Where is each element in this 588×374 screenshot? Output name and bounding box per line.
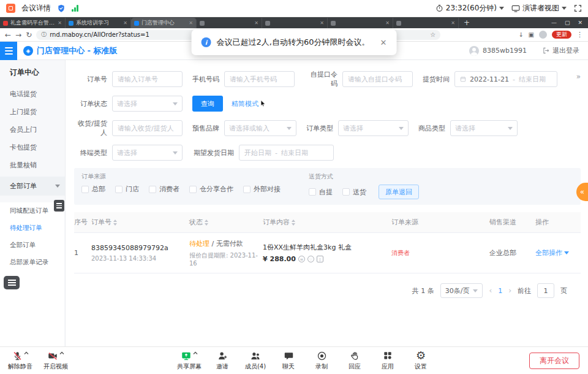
checkbox-icon <box>309 188 316 196</box>
forward-icon[interactable]: → <box>15 31 21 39</box>
all-actions-dropdown[interactable]: 全部操作 <box>535 248 577 258</box>
fullscreen-icon[interactable] <box>574 4 582 12</box>
sidebar-item-card-pickup[interactable]: 卡包提货 <box>0 139 65 156</box>
checkbox-hq[interactable]: 总部 <box>81 185 105 194</box>
current-page[interactable]: 1 <box>498 287 502 295</box>
sort-icon[interactable] <box>113 218 117 227</box>
tab-close-icon[interactable]: ✕ <box>451 20 455 26</box>
members-icon <box>250 351 261 361</box>
order-status-select[interactable]: 请选择 <box>112 96 183 112</box>
next-page-button[interactable]: › <box>508 286 511 295</box>
col-content[interactable]: 订单内容 <box>263 218 391 227</box>
reload-icon[interactable]: ↻ <box>26 31 32 39</box>
collapse-filters-icon[interactable]: » <box>576 72 579 81</box>
leave-meeting-button[interactable]: 离开会议 <box>529 353 579 369</box>
col-status[interactable]: 状态 <box>189 218 263 227</box>
logout-button[interactable]: 退出登录 <box>543 46 579 55</box>
phone-input[interactable] <box>224 71 295 87</box>
sidebar-item-all-orders[interactable]: 全部订单 <box>0 237 64 254</box>
window-minimize-button[interactable]: — <box>551 20 557 26</box>
tab-close-icon[interactable]: ✕ <box>189 20 193 26</box>
pickup-time-range[interactable]: 2022-11-21 - 结束日期 <box>454 71 557 87</box>
chevron-down-icon <box>55 185 60 190</box>
browser-tab[interactable]: ✕ <box>393 18 459 28</box>
browser-tab[interactable]: 系统培训学习✕ <box>66 18 131 28</box>
pickup-code-input[interactable] <box>342 71 413 87</box>
tab-close-icon[interactable]: ✕ <box>385 20 390 26</box>
settings-button[interactable]: ⚙ 设置 <box>408 349 434 371</box>
browser-tab-active[interactable]: 门店管理中心✕ <box>131 18 197 28</box>
presale-brand-select[interactable]: 请选择或输入 <box>224 120 296 136</box>
checkbox-store[interactable]: 门店 <box>115 185 139 194</box>
meeting-timer[interactable]: 23:32(60分钟) <box>435 3 504 13</box>
toast-close-icon[interactable]: ✕ <box>380 38 387 47</box>
checkbox-self-pickup[interactable]: 自提 <box>309 188 333 197</box>
site-info-icon[interactable]: ⓘ <box>41 31 47 39</box>
sidebar-group-all-orders[interactable]: 全部订单 <box>0 177 65 196</box>
bookmark-star-icon[interactable]: ☆ <box>430 31 435 38</box>
meeting-detail-label[interactable]: 会议详情 <box>21 3 51 13</box>
chevron-up-icon[interactable] <box>24 351 29 355</box>
browser-tab[interactable]: 礼盒需码平台管理中心✕ <box>0 18 66 28</box>
sidebar-item-batch-verify[interactable]: 批量核销 <box>0 156 65 174</box>
checkbox-external[interactable]: 外部对接 <box>243 185 281 194</box>
pickup-end-date: 结束日期 <box>519 75 546 84</box>
view-mode-selector[interactable]: 演讲者视图 <box>511 3 567 13</box>
col-order-no[interactable]: 订单号 <box>91 218 189 227</box>
sidebar-item-hq-dispatch-records[interactable]: 总部派单记录 <box>0 254 64 271</box>
sidebar-item-pending-orders[interactable]: 待处理订单 <box>0 219 64 237</box>
invite-button[interactable]: 邀请 <box>209 349 235 371</box>
tab-close-icon[interactable]: ✕ <box>58 20 62 26</box>
terminal-type-select[interactable]: 请选择 <box>112 145 183 161</box>
unmute-button[interactable]: 解除静音 <box>7 349 33 371</box>
tab-close-icon[interactable]: ✕ <box>320 20 324 26</box>
chevron-up-icon[interactable] <box>193 351 198 355</box>
browser-profile-avatar[interactable] <box>539 31 547 39</box>
checkbox-delivery[interactable]: 送货 <box>342 188 366 197</box>
goto-page-input[interactable] <box>537 283 554 298</box>
original-order-return-button[interactable]: 原单退回 <box>379 185 419 199</box>
sidebar-item-phone-pickup[interactable]: 电话提货 <box>0 85 65 103</box>
order-no-input[interactable] <box>112 71 183 87</box>
chrome-update-button[interactable]: 更新 <box>552 31 571 39</box>
browser-tab[interactable]: ✕ <box>197 18 262 28</box>
chevron-up-icon[interactable] <box>59 351 64 355</box>
download-icon[interactable]: ↓ <box>518 31 523 38</box>
members-button[interactable]: 成员(4) <box>243 349 268 371</box>
pickup-deadline: 报价自提期限: 2023-11-16 <box>189 251 259 267</box>
tab-close-icon[interactable]: ✕ <box>254 20 258 26</box>
sidebar-toggle-button[interactable] <box>0 42 17 60</box>
window-close-button[interactable]: ✕ <box>578 20 582 26</box>
record-button[interactable]: 录制 <box>309 349 334 371</box>
checkbox-warehouse-share[interactable]: 仓分享合作 <box>189 185 233 194</box>
prev-page-button[interactable]: ‹ <box>489 286 492 295</box>
sidebar-item-member-visit[interactable]: 会员上门 <box>0 121 65 139</box>
sort-icon[interactable] <box>292 218 295 227</box>
start-video-button[interactable]: 开启视频 <box>43 349 69 371</box>
user-account[interactable]: 8385wb1991 <box>469 46 527 56</box>
sidebar-item-door-pickup[interactable]: 上门提货 <box>0 103 65 121</box>
browser-tab[interactable]: ✕ <box>328 18 393 28</box>
browser-tab[interactable]: ✕ <box>262 18 328 28</box>
simple-mode-link[interactable]: 精简模式 <box>232 99 266 109</box>
back-icon[interactable]: ← <box>5 31 11 39</box>
receiver-input[interactable] <box>112 120 183 136</box>
apps-button[interactable]: 应用 <box>375 349 401 371</box>
extensions-icon[interactable]: ▣ <box>529 31 534 38</box>
checkbox-consumer[interactable]: 消费者 <box>149 185 179 194</box>
sort-icon[interactable] <box>205 218 208 227</box>
floating-list-button[interactable] <box>4 276 20 289</box>
goods-type-select[interactable]: 请选择 <box>450 120 518 136</box>
reactions-button[interactable]: 回应 <box>342 349 368 371</box>
new-tab-button[interactable]: + <box>464 18 470 28</box>
page-size-select[interactable]: 30条/页 <box>440 283 483 298</box>
sidebar-drag-handle[interactable] <box>54 200 64 212</box>
query-button[interactable]: 查询 <box>192 96 223 112</box>
order-type-select[interactable]: 请选择 <box>338 120 409 136</box>
chat-button[interactable]: 聊天 <box>276 349 301 371</box>
tab-close-icon[interactable]: ✕ <box>123 20 127 26</box>
share-screen-button[interactable]: 共享屏幕 <box>176 349 202 371</box>
ship-date-range[interactable]: 开始日期 - 结束日期 <box>239 145 334 161</box>
window-maximize-button[interactable]: ▢ <box>565 20 570 26</box>
browser-menu-icon[interactable]: ⋮ <box>576 31 583 39</box>
